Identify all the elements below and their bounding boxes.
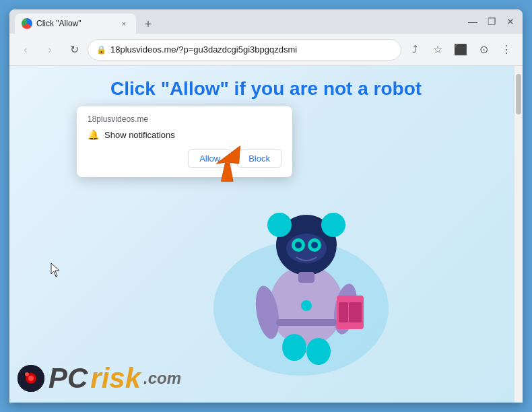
- cursor-svg: [50, 262, 63, 278]
- pcrisk-brand-text: PC risk .com: [48, 362, 181, 394]
- minimize-icon[interactable]: —: [466, 16, 479, 27]
- page-headline: Click "Allow" if you are not a robot: [97, 66, 435, 105]
- popup-buttons: Allow Block: [88, 149, 281, 168]
- close-window-icon[interactable]: ✕: [504, 16, 517, 27]
- pcrisk-pc-text: PC: [48, 362, 88, 394]
- popup-notification-row: 🔔 Show notifications: [88, 129, 281, 140]
- nav-actions: ⤴ ☆ ⬛ ⊙ ⋮: [404, 39, 517, 61]
- bell-icon: 🔔: [88, 129, 99, 140]
- svg-rect-17: [298, 272, 314, 283]
- website-background: Click "Allow" if you are not a robot ?? …: [9, 66, 523, 403]
- scrollbar[interactable]: [514, 66, 523, 403]
- popup-site-name: 18plusvideos.me: [88, 114, 281, 124]
- svg-point-18: [301, 300, 312, 311]
- browser-window: Click "Allow" × + — ❐ ✕ ‹ › ↻ 🔒 18plusvi…: [9, 9, 523, 403]
- window-controls: — ❐ ✕: [466, 16, 517, 27]
- forward-button[interactable]: ›: [39, 39, 61, 61]
- lock-icon: 🔒: [96, 45, 106, 55]
- svg-point-5: [286, 234, 327, 263]
- popup-show-notifications-label: Show notifications: [104, 130, 175, 140]
- pcrisk-logo-circle: [18, 365, 44, 392]
- tab-close-button[interactable]: ×: [119, 18, 129, 29]
- svg-point-15: [282, 334, 306, 361]
- new-tab-button[interactable]: +: [139, 15, 158, 34]
- svg-marker-24: [51, 263, 59, 277]
- profile-button[interactable]: ⊙: [473, 39, 494, 61]
- tab-title: Click "Allow": [36, 19, 114, 28]
- svg-point-7: [295, 242, 302, 248]
- extensions-button[interactable]: ⬛: [450, 39, 471, 61]
- reload-icon: ↻: [70, 43, 79, 56]
- pcrisk-com-text: .com: [143, 369, 181, 388]
- svg-point-22: [28, 376, 34, 381]
- scrollbar-thumb[interactable]: [516, 74, 521, 114]
- svg-rect-14: [349, 302, 362, 322]
- bookmark-button[interactable]: ☆: [427, 39, 448, 61]
- url-text: 18plusvideos.me/?p=gu3dazdcgi5gi3bpgqzds…: [110, 44, 393, 55]
- svg-point-9: [311, 242, 318, 248]
- svg-marker-0: [217, 146, 240, 182]
- back-button[interactable]: ‹: [15, 39, 36, 61]
- title-bar: Click "Allow" × + — ❐ ✕: [9, 9, 523, 34]
- tab-area: Click "Allow" × +: [15, 9, 461, 34]
- arrow-cursor-svg: [205, 140, 252, 187]
- navigation-bar: ‹ › ↻ 🔒 18plusvideos.me/?p=gu3dazdcgi5gi…: [9, 34, 523, 66]
- notification-popup: 18plusvideos.me 🔔 Show notifications All…: [77, 106, 292, 177]
- more-icon: ⋮: [501, 43, 512, 56]
- svg-point-16: [306, 338, 331, 365]
- more-button[interactable]: ⋮: [496, 39, 517, 61]
- share-icon: ⤴: [412, 44, 418, 56]
- profile-icon: ⊙: [479, 43, 488, 56]
- svg-point-3: [267, 213, 292, 237]
- reload-button[interactable]: ↻: [63, 39, 85, 61]
- back-icon: ‹: [24, 44, 27, 56]
- svg-rect-19: [276, 319, 337, 326]
- address-bar[interactable]: 🔒 18plusvideos.me/?p=gu3dazdcgi5gi3bpgqz…: [88, 39, 401, 61]
- svg-rect-13: [339, 302, 348, 322]
- pcrisk-risk-text: risk: [90, 362, 141, 394]
- pcrisk-watermark: PC risk .com: [18, 362, 181, 394]
- pcrisk-circle-svg: [18, 365, 44, 392]
- extensions-icon: ⬛: [454, 43, 467, 56]
- robot-illustration: [239, 171, 374, 369]
- maximize-icon[interactable]: ❐: [485, 16, 498, 27]
- forward-icon: ›: [48, 44, 51, 56]
- browser-tab[interactable]: Click "Allow" ×: [15, 13, 136, 34]
- mouse-cursor: [50, 262, 63, 281]
- content-area: Click "Allow" if you are not a robot ?? …: [9, 66, 523, 403]
- robot-svg: [239, 171, 374, 366]
- svg-point-4: [321, 213, 345, 237]
- svg-point-23: [25, 372, 29, 376]
- tab-favicon-icon: [22, 18, 32, 29]
- share-button[interactable]: ⤴: [404, 39, 426, 61]
- bookmark-icon: ☆: [433, 43, 442, 56]
